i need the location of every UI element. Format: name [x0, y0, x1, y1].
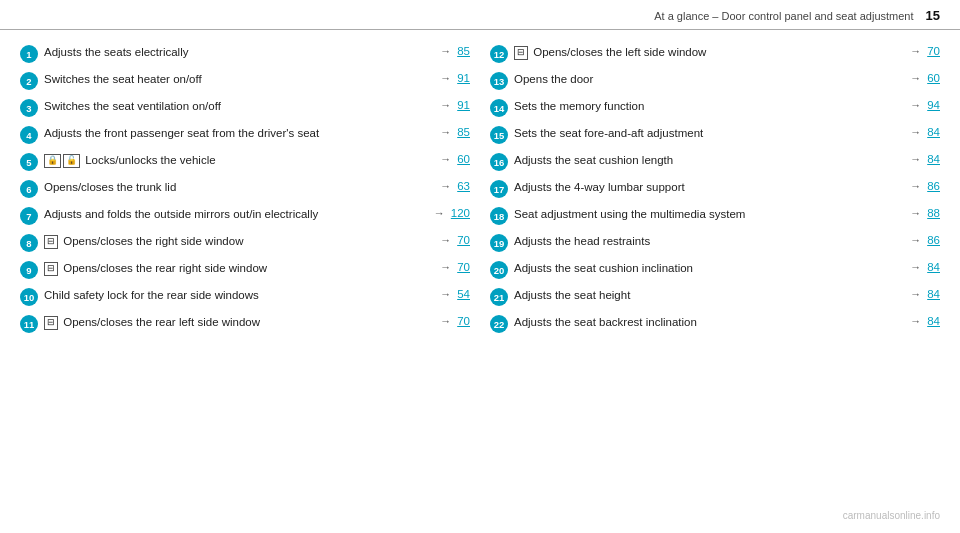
window-icon: ⊟: [44, 235, 58, 249]
list-item: 21Adjusts the seat height→84: [490, 287, 940, 306]
page-header: At a glance – Door control panel and sea…: [0, 0, 960, 30]
list-item: 6Opens/closes the trunk lid→63: [20, 179, 470, 198]
list-item: 9⊟ Opens/closes the rear right side wind…: [20, 260, 470, 279]
list-item: 7Adjusts and folds the outside mirrors o…: [20, 206, 470, 225]
item-number: 11: [20, 315, 38, 333]
page-reference[interactable]: 70: [457, 233, 470, 246]
item-number: 3: [20, 99, 38, 117]
list-item: 20Adjusts the seat cushion inclination→8…: [490, 260, 940, 279]
arrow-icon: →: [910, 179, 921, 192]
item-number: 7: [20, 207, 38, 225]
list-item: 5🔒🔓 Locks/unlocks the vehicle→60: [20, 152, 470, 171]
arrow-icon: →: [910, 71, 921, 84]
item-number: 19: [490, 234, 508, 252]
item-text: Child safety lock for the rear side wind…: [44, 287, 434, 303]
page-reference[interactable]: 84: [927, 260, 940, 273]
page-reference[interactable]: 60: [927, 71, 940, 84]
item-text: Adjusts the seat height: [514, 287, 904, 303]
item-text: Adjusts and folds the outside mirrors ou…: [44, 206, 428, 222]
item-number: 14: [490, 99, 508, 117]
item-text: Switches the seat ventilation on/off: [44, 98, 434, 114]
page-reference[interactable]: 86: [927, 179, 940, 192]
arrow-icon: →: [440, 98, 451, 111]
window-icon: ⊟: [44, 262, 58, 276]
item-text: Sets the memory function: [514, 98, 904, 114]
item-text: Adjusts the head restraints: [514, 233, 904, 249]
list-item: 14Sets the memory function→94: [490, 98, 940, 117]
item-number: 1: [20, 45, 38, 63]
list-item: 18Seat adjustment using the multimedia s…: [490, 206, 940, 225]
page-reference[interactable]: 85: [457, 44, 470, 57]
item-number: 17: [490, 180, 508, 198]
item-number: 6: [20, 180, 38, 198]
page-reference[interactable]: 85: [457, 125, 470, 138]
page-reference[interactable]: 86: [927, 233, 940, 246]
header-title: At a glance – Door control panel and sea…: [654, 10, 913, 22]
item-text: Sets the seat fore-and-aft adjustment: [514, 125, 904, 141]
item-number: 15: [490, 126, 508, 144]
page-reference[interactable]: 91: [457, 71, 470, 84]
arrow-icon: →: [440, 233, 451, 246]
arrow-icon: →: [440, 44, 451, 57]
item-number: 8: [20, 234, 38, 252]
list-item: 13Opens the door→60: [490, 71, 940, 90]
left-column: 1Adjusts the seats electrically→852Switc…: [20, 44, 470, 341]
page-reference[interactable]: 91: [457, 98, 470, 111]
arrow-icon: →: [440, 314, 451, 327]
item-number: 21: [490, 288, 508, 306]
item-text: ⊟ Opens/closes the rear left side window: [44, 314, 434, 330]
page-reference[interactable]: 94: [927, 98, 940, 111]
list-item: 10Child safety lock for the rear side wi…: [20, 287, 470, 306]
page-reference[interactable]: 63: [457, 179, 470, 192]
page-reference[interactable]: 88: [927, 206, 940, 219]
arrow-icon: →: [440, 179, 451, 192]
item-number: 22: [490, 315, 508, 333]
arrow-icon: →: [910, 233, 921, 246]
item-number: 5: [20, 153, 38, 171]
list-item: 2Switches the seat heater on/off→91: [20, 71, 470, 90]
list-item: 16Adjusts the seat cushion length→84: [490, 152, 940, 171]
page-reference[interactable]: 84: [927, 287, 940, 300]
arrow-icon: →: [910, 152, 921, 165]
arrow-icon: →: [440, 152, 451, 165]
page-reference[interactable]: 60: [457, 152, 470, 165]
page-reference[interactable]: 84: [927, 152, 940, 165]
item-number: 2: [20, 72, 38, 90]
item-text: Adjusts the seats electrically: [44, 44, 434, 60]
list-item: 1Adjusts the seats electrically→85: [20, 44, 470, 63]
list-item: 17Adjusts the 4-way lumbar support→86: [490, 179, 940, 198]
item-text: ⊟ Opens/closes the rear right side windo…: [44, 260, 434, 276]
page-reference[interactable]: 70: [457, 314, 470, 327]
window-icon: ⊟: [514, 46, 528, 60]
item-text: Adjusts the seat cushion inclination: [514, 260, 904, 276]
page-reference[interactable]: 120: [451, 206, 470, 219]
arrow-icon: →: [910, 260, 921, 273]
item-number: 16: [490, 153, 508, 171]
item-text: Adjusts the seat cushion length: [514, 152, 904, 168]
page-reference[interactable]: 84: [927, 314, 940, 327]
arrow-icon: →: [440, 260, 451, 273]
item-text: Switches the seat heater on/off: [44, 71, 434, 87]
arrow-icon: →: [910, 287, 921, 300]
item-text: Opens the door: [514, 71, 904, 87]
page-reference[interactable]: 54: [457, 287, 470, 300]
page-reference[interactable]: 70: [927, 44, 940, 57]
arrow-icon: →: [440, 71, 451, 84]
arrow-icon: →: [440, 125, 451, 138]
page-reference[interactable]: 84: [927, 125, 940, 138]
item-number: 18: [490, 207, 508, 225]
right-column: 12⊟ Opens/closes the left side window→70…: [490, 44, 940, 341]
item-text: 🔒🔓 Locks/unlocks the vehicle: [44, 152, 434, 168]
list-item: 22Adjusts the seat backrest inclination→…: [490, 314, 940, 333]
item-text: Opens/closes the trunk lid: [44, 179, 434, 195]
item-number: 12: [490, 45, 508, 63]
list-item: 19Adjusts the head restraints→86: [490, 233, 940, 252]
window-icon: ⊟: [44, 316, 58, 330]
item-number: 10: [20, 288, 38, 306]
item-text: Adjusts the 4-way lumbar support: [514, 179, 904, 195]
item-number: 9: [20, 261, 38, 279]
page-reference[interactable]: 70: [457, 260, 470, 273]
list-item: 12⊟ Opens/closes the left side window→70: [490, 44, 940, 63]
list-item: 4Adjusts the front passenger seat from t…: [20, 125, 470, 144]
arrow-icon: →: [910, 98, 921, 111]
